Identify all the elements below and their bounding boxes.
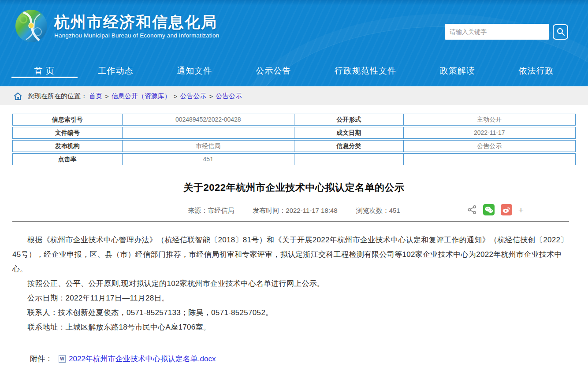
breadcrumb-separator: > — [174, 93, 178, 100]
info-label-document-number: 文件编号 — [13, 127, 122, 138]
info-value-empty — [403, 154, 575, 165]
share-toolbar: + — [467, 204, 524, 215]
info-table-row: 文件编号 成文日期 2022-11-17 — [12, 127, 576, 139]
site-header: 杭州市经济和信息化局 Hangzhou Municipal Bureau of … — [0, 0, 588, 86]
info-label-info-category: 信息分类 — [294, 141, 403, 152]
info-value-publishing-agency: 市经信局 — [122, 141, 294, 152]
article-title: 关于2022年杭州市企业技术中心拟认定名单的公示 — [12, 181, 576, 194]
nav-item-public-announcements[interactable]: 公示公告 — [251, 55, 295, 86]
home-icon[interactable] — [13, 92, 22, 101]
info-value-index-number: 002489452/2022-00428 — [122, 114, 294, 125]
attachment-row: 附件： W 2022年杭州市企业技术中心拟认定名单.docx — [12, 354, 576, 364]
search-input[interactable] — [445, 24, 549, 40]
info-value-disclosure-form: 主动公开 — [403, 114, 575, 125]
nav-item-law-based-administration[interactable]: 依法行政 — [514, 55, 558, 86]
search-icon — [556, 27, 565, 36]
info-table: 信息索引号 002489452/2022-00428 公开形式 主动公开 文件编… — [12, 114, 576, 165]
nav-item-regulatory-documents[interactable]: 行政规范性文件 — [330, 55, 401, 86]
info-table-row: 发布机构 市经信局 信息分类 公告公示 — [12, 140, 576, 152]
attachment-link[interactable]: 2022年杭州市企业技术中心拟认定名单.docx — [69, 354, 216, 364]
paragraph: 联系人：技术创新处夏俊杰，0571-85257133；陈昊，0571-85257… — [12, 305, 576, 320]
search-button[interactable] — [553, 24, 568, 40]
info-table-row: 点击率 451 — [12, 153, 576, 165]
brand[interactable]: 杭州市经济和信息化局 Hangzhou Municipal Bureau of … — [15, 9, 219, 43]
breadcrumb-prefix: 您现在所在的位置： — [28, 92, 87, 100]
info-label-index-number: 信息索引号 — [13, 114, 122, 125]
page: 杭州市经济和信息化局 Hangzhou Municipal Bureau of … — [0, 0, 588, 382]
brand-text: 杭州市经济和信息化局 Hangzhou Municipal Bureau of … — [54, 13, 219, 39]
paragraph: 联系地址：上城区解放东路18号市民中心A座1706室。 — [12, 320, 576, 334]
info-label-disclosure-form: 公开形式 — [294, 114, 403, 125]
article: 关于2022年杭州市企业技术中心拟认定名单的公示 来源：市经信局 发布时间：20… — [12, 181, 576, 382]
article-source: 来源：市经信局 — [188, 207, 234, 215]
info-value-info-category: 公告公示 — [403, 141, 575, 152]
breadcrumb-link-announcements-current[interactable]: 公告公示 — [216, 92, 242, 100]
nav-item-notice-documents[interactable]: 通知文件 — [172, 55, 216, 86]
wechat-share-icon[interactable] — [483, 204, 495, 215]
info-label-issue-date: 成文日期 — [294, 127, 403, 138]
breadcrumb-link-home[interactable]: 首页 — [89, 92, 102, 100]
main-content: 信息索引号 002489452/2022-00428 公开形式 主动公开 文件编… — [0, 114, 588, 382]
paragraph: 根据《杭州市企业技术中心管理办法》（杭经信联智能〔2018〕81号）和《关于开展… — [12, 233, 576, 276]
breadcrumb: 您现在所在的位置： 首页 > 信息公开（资源库） > 公告公示 > 公告公示 — [0, 86, 588, 105]
info-value-document-number — [122, 127, 294, 138]
breadcrumb-separator: > — [209, 93, 213, 100]
share-more-button[interactable]: + — [518, 205, 524, 215]
article-meta: 来源：市经信局 发布时间：2022-11-17 18:48 浏览次数：451 — [12, 204, 576, 217]
search-bar — [445, 24, 568, 40]
paragraph: 按照公正、公平、公开原则,现对拟认定的102家杭州市企业技术中心名单进行网上公示… — [12, 276, 576, 291]
site-subtitle: Hangzhou Municipal Bureau of Economy and… — [54, 32, 219, 39]
info-label-click-count: 点击率 — [13, 154, 122, 165]
paragraph: 公示日期：2022年11月17日—11月28日。 — [12, 291, 576, 305]
breadcrumb-link-announcements[interactable]: 公告公示 — [180, 92, 207, 100]
info-label-publishing-agency: 发布机构 — [13, 141, 122, 152]
site-title: 杭州市经济和信息化局 — [54, 13, 219, 31]
nav-item-policy-interpretation[interactable]: 政策解读 — [435, 55, 480, 86]
meta-divider — [12, 221, 569, 222]
nav-item-home[interactable]: 首 页 — [30, 55, 59, 86]
share-icon[interactable] — [467, 205, 477, 215]
attachment-label: 附件： — [30, 354, 52, 364]
article-publish-time: 发布时间：2022-11-17 18:48 — [253, 207, 337, 215]
nav-item-work-news[interactable]: 工作动态 — [94, 55, 138, 86]
info-value-issue-date: 2022-11-17 — [403, 127, 575, 138]
main-nav: 首 页 工作动态 通知文件 公示公告 行政规范性文件 政策解读 依法行政 — [0, 55, 588, 86]
article-view-count: 浏览次数：451 — [356, 207, 400, 215]
site-logo-icon — [15, 9, 48, 43]
breadcrumb-separator: > — [105, 93, 109, 100]
info-label-empty — [294, 154, 403, 165]
weibo-share-icon[interactable] — [501, 204, 512, 215]
article-body: 根据《杭州市企业技术中心管理办法》（杭经信联智能〔2018〕81号）和《关于开展… — [12, 233, 576, 334]
info-value-click-count: 451 — [122, 154, 294, 165]
word-document-icon: W — [59, 355, 66, 363]
info-table-row: 信息索引号 002489452/2022-00428 公开形式 主动公开 — [12, 114, 576, 126]
breadcrumb-link-info-disclosure[interactable]: 信息公开（资源库） — [112, 92, 171, 100]
